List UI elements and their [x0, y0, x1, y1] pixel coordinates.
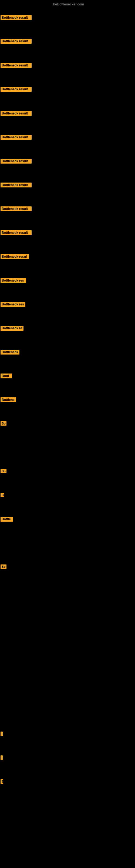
- bottleneck-result-badge: Bottleneck result: [1, 230, 32, 235]
- bottleneck-result-badge: B: [1, 493, 4, 497]
- bottleneck-result-badge: Bottle: [1, 517, 13, 522]
- bottleneck-result-badge: Bo: [1, 564, 6, 569]
- bottleneck-result-badge: Bottleneck resul: [1, 254, 29, 259]
- bottleneck-result-badge: Bottleneck result: [1, 39, 32, 44]
- bottleneck-result-badge: Bo: [1, 421, 6, 426]
- bottleneck-result-badge: Bottleneck result: [1, 135, 32, 140]
- bottleneck-result-badge: Bottl: [1, 373, 12, 378]
- bottleneck-result-badge: |: [1, 755, 3, 760]
- bottleneck-result-badge: Bottleneck result: [1, 87, 32, 92]
- bottleneck-result-badge: E: [1, 779, 3, 784]
- site-title: TheBottlenecker.com: [51, 2, 84, 6]
- bottleneck-result-badge: Bottlene: [1, 397, 16, 402]
- bottleneck-result-badge: Bottleneck result: [1, 111, 32, 116]
- bottleneck-result-badge: Bottleneck result: [1, 159, 32, 163]
- bottleneck-result-badge: Bottleneck: [1, 350, 19, 354]
- bottleneck-result-badge: Bottleneck result: [1, 15, 32, 20]
- bottleneck-result-badge: Bottleneck res: [1, 302, 26, 307]
- bottleneck-result-badge: Bottleneck result: [1, 63, 32, 68]
- bottleneck-result-badge: Bottleneck result: [1, 183, 32, 187]
- bottleneck-result-badge: Bo: [1, 469, 6, 473]
- bottleneck-result-badge: Bottleneck res: [1, 278, 26, 283]
- bottleneck-result-badge: |: [1, 732, 3, 736]
- bottleneck-result-badge: Bottleneck re: [1, 326, 24, 331]
- bottleneck-result-badge: Bottleneck result: [1, 207, 32, 211]
